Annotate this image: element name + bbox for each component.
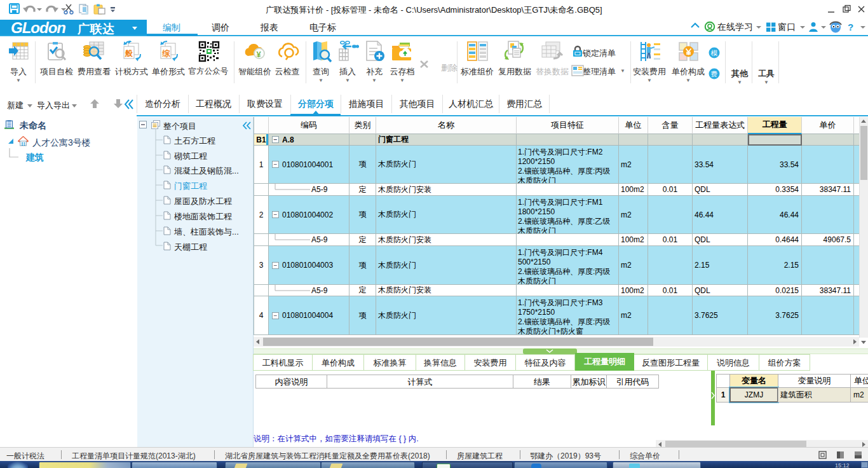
svg-text:模: 模 bbox=[711, 49, 718, 57]
svg-text:¥: ¥ bbox=[257, 50, 262, 59]
svg-text:?: ? bbox=[848, 22, 853, 32]
svg-text:般: 般 bbox=[125, 49, 133, 58]
svg-text:费: 费 bbox=[711, 70, 718, 78]
svg-text:在线学习: 在线学习 bbox=[717, 22, 753, 32]
svg-text:综: 综 bbox=[162, 49, 170, 58]
svg-text:窗口: 窗口 bbox=[778, 22, 796, 32]
